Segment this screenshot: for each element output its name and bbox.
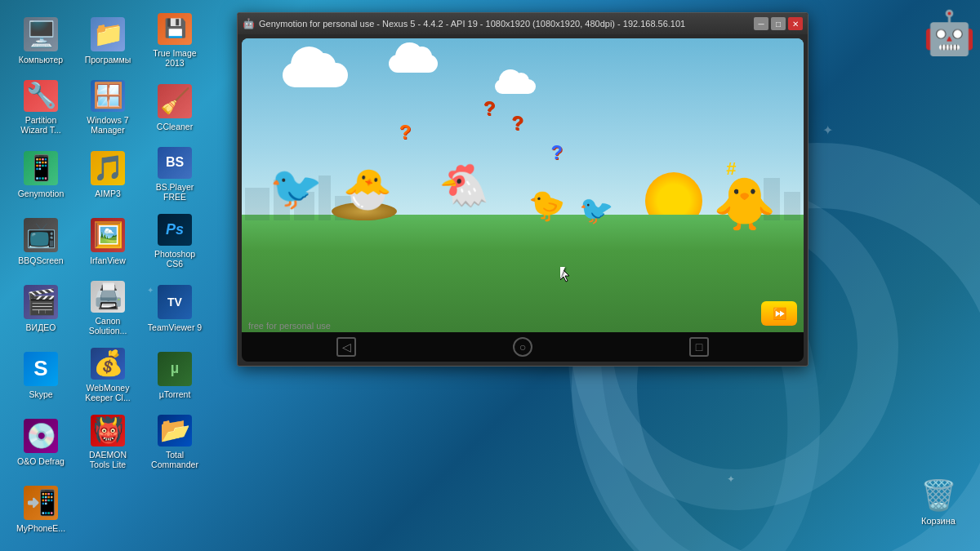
webmoney-icon-label: WebMoney Keeper Cl... — [78, 383, 137, 403]
sparkle: ✦ — [727, 473, 735, 485]
icon-utorrent[interactable]: µ µTorrent — [142, 343, 207, 408]
icon-bsplayer[interactable]: BS BS.Player FREE — [142, 142, 207, 207]
svg-rect-8 — [784, 192, 800, 220]
icon-myphone[interactable]: 📲 MyPhoneE... — [8, 477, 74, 542]
icon-win7manager[interactable]: 🪟 Windows 7 Manager — [75, 75, 140, 140]
cloud-3 — [495, 79, 536, 94]
icon-totalcmd[interactable]: 📂 Total Commander — [142, 410, 207, 475]
video-icon-img: 🎬 — [24, 285, 58, 319]
phone-frame: 🐦 🐣 🐔 🐤 🐦 🐥 ? ? ? ? — [242, 38, 804, 362]
minimize-button[interactable]: ─ — [754, 17, 768, 30]
window-titlebar: 🤖 Genymotion for personal use - Nexus 5 … — [238, 13, 808, 34]
play-button[interactable]: ⏩ — [761, 301, 797, 326]
programs-icon-img: 📁 — [91, 17, 125, 51]
daemon-icon-img: 👹 — [91, 415, 125, 447]
aimp-icon-img: 🎵 — [91, 151, 125, 185]
skype-icon-img: S — [24, 352, 58, 386]
maximize-button[interactable]: □ — [771, 17, 786, 30]
aimp-icon-label: AIMP3 — [95, 189, 121, 199]
game-screen: 🐦 🐣 🐔 🐤 🐦 🐥 ? ? ? ? — [242, 38, 804, 332]
teamviewer-icon-label: TeamViewer 9 — [148, 322, 202, 333]
myphone-icon-label: MyPhoneE... — [16, 523, 65, 534]
utorrent-icon-img: µ — [158, 352, 192, 386]
close-button[interactable]: ✕ — [788, 17, 803, 30]
icon-computer[interactable]: 🖥️ Компьютер — [8, 8, 74, 73]
skype-icon-label: Skype — [29, 389, 52, 400]
window-app-icon: 🤖 — [243, 18, 254, 29]
android-emoji: 🤖 — [923, 9, 976, 56]
icon-oodefrag[interactable]: 💿 O&O Defrag — [8, 410, 74, 475]
photoshop-icon-label: Photoshop CS6 — [145, 249, 204, 269]
irfanview-icon-label: IrfanView — [90, 256, 126, 266]
phone-nav-bar: ◁ ○ □ — [242, 332, 804, 362]
canon-icon-img: 🖨️ — [91, 281, 125, 313]
computer-icon-label: Компьютер — [19, 55, 63, 65]
partition-icon-img: 🔧 — [24, 80, 58, 112]
utorrent-icon-label: µTorrent — [159, 389, 191, 400]
recycle-bin[interactable]: 🗑️ Корзина — [921, 478, 956, 527]
video-icon-label: ВИДЕО — [26, 322, 56, 333]
win7-icon-label: Windows 7 Manager — [78, 115, 137, 136]
icon-aimp[interactable]: 🎵 AIMP3 — [75, 142, 140, 207]
nav-back-button[interactable]: ◁ — [336, 337, 356, 357]
ground — [242, 215, 804, 332]
icon-irfanview[interactable]: 🖼️ IrfanView — [75, 209, 140, 274]
icon-trueimage[interactable]: 💾 True Image 2013 — [142, 8, 207, 73]
icon-programs[interactable]: 📁 Программы — [75, 8, 140, 73]
trueimage-icon-img: 💾 — [158, 13, 192, 45]
bsplayer-icon-label: BS.Player FREE — [145, 182, 204, 202]
icon-teamviewer[interactable]: TV TeamViewer 9 — [142, 276, 207, 341]
cloud-2 — [389, 55, 438, 73]
recycle-bin-icon: 🗑️ — [921, 478, 956, 513]
icon-canon[interactable]: 🖨️ Canon Solution... — [75, 276, 140, 341]
watermark: free for personal use — [248, 321, 331, 331]
play-icon: ⏩ — [773, 307, 786, 320]
question-mark-2: ? — [483, 97, 496, 120]
icon-genymotion[interactable]: 📱 Genymotion — [8, 142, 74, 207]
daemon-icon-label: DAEMON Tools Lite — [78, 450, 137, 470]
yellow-bird: 🐥 — [713, 179, 776, 229]
icon-video[interactable]: 🎬 ВИДЕО — [8, 276, 74, 341]
question-mark-3: ? — [511, 112, 523, 135]
android-icon: 🤖 — [923, 8, 972, 57]
window-controls: ─ □ ✕ — [754, 17, 803, 30]
icon-photoshop[interactable]: Ps Photoshop CS6 — [142, 209, 207, 274]
question-mark-1: ? — [399, 121, 412, 144]
canon-icon-label: Canon Solution... — [78, 316, 137, 336]
question-mark-4: ? — [550, 141, 563, 164]
recycle-bin-label: Корзина — [921, 516, 956, 527]
genymotion-window: 🤖 Genymotion for personal use - Nexus 5 … — [237, 12, 808, 367]
nav-home-button[interactable]: ○ — [513, 337, 532, 357]
oodefrag-icon-img: 💿 — [24, 419, 58, 453]
computer-icon-img: 🖥️ — [24, 17, 58, 51]
ccleaner-icon-label: CCleaner — [157, 122, 193, 132]
myphone-icon-img: 📲 — [24, 486, 58, 520]
totalcmd-icon-label: Total Commander — [145, 450, 204, 470]
webmoney-icon-img: 💰 — [91, 348, 125, 380]
bsplayer-icon-img: BS — [158, 147, 192, 179]
programs-icon-label: Программы — [85, 55, 131, 65]
svg-rect-0 — [245, 188, 270, 220]
desktop-icons: 🖥️ Компьютер 📁 Программы 💾 True Image 20… — [0, 0, 229, 551]
bbqscreen-icon-label: BBQScreen — [18, 256, 63, 266]
blue-bird: 🐤 — [528, 191, 565, 220]
nav-recent-button[interactable]: □ — [689, 337, 709, 357]
icon-ccleaner[interactable]: 🧹 CCleaner — [142, 75, 207, 140]
photoshop-icon-img: Ps — [158, 214, 192, 246]
hashtag: # — [726, 158, 736, 180]
bbqscreen-icon-img: 📺 — [24, 218, 58, 252]
icon-webmoney[interactable]: 💰 WebMoney Keeper Cl... — [75, 343, 140, 408]
black-bird-2: 🐦 — [579, 196, 613, 224]
red-bird: 🐔 — [439, 165, 489, 206]
icon-bbqscreen[interactable]: 📺 BBQScreen — [8, 209, 74, 274]
white-bird: 🐣 — [343, 170, 392, 209]
window-title: Genymotion for personal use - Nexus 5 - … — [259, 19, 754, 29]
icon-skype[interactable]: S Skype — [8, 343, 74, 408]
genymotion-icon-label: Genymotion — [18, 189, 65, 199]
icon-partition[interactable]: 🔧 Partition Wizard T... — [8, 75, 74, 140]
icon-daemon[interactable]: 👹 DAEMON Tools Lite — [75, 410, 140, 475]
sparkle: ✦ — [822, 122, 833, 138]
black-bird: 🐦 — [270, 167, 323, 209]
teamviewer-icon-img: TV — [158, 285, 192, 319]
irfanview-icon-img: 🖼️ — [91, 218, 125, 252]
